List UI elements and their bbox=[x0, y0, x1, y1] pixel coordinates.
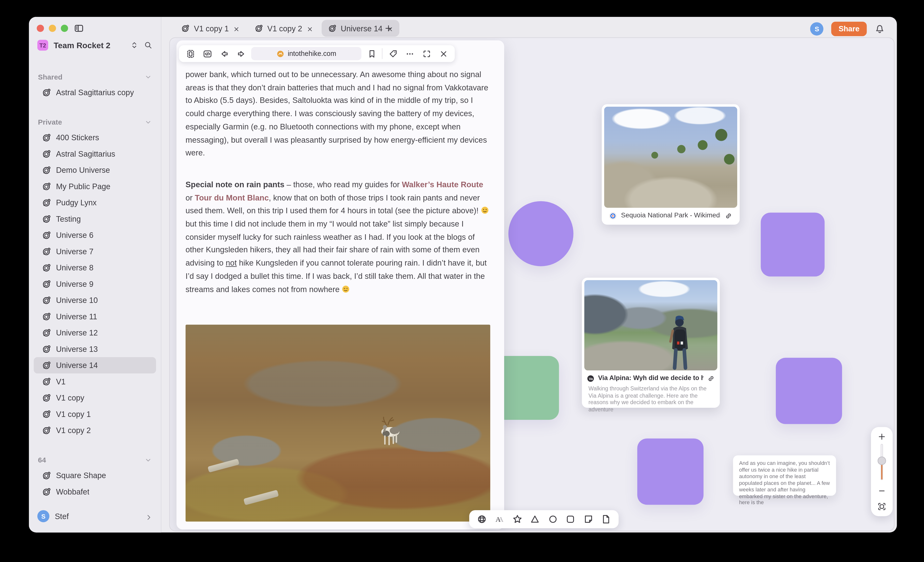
toolbar-button-close[interactable] bbox=[437, 47, 450, 60]
toolbar-button-arrow-forward[interactable] bbox=[234, 47, 248, 60]
sidebar-item-label: V1 copy bbox=[56, 393, 84, 402]
canvas-tool-icon bbox=[530, 514, 540, 524]
sidebar-section-shared[interactable]: Shared bbox=[34, 70, 156, 84]
sidebar-item-wobbafet[interactable]: Wobbafet bbox=[34, 484, 156, 499]
tab-v1-copy-1[interactable]: V1 copy 1 bbox=[175, 20, 246, 37]
sequoia-photo bbox=[604, 106, 737, 208]
account-avatar[interactable]: S bbox=[810, 22, 824, 35]
sidebar-item-astral-sagittarius-copy[interactable]: Astral Sagittarius copy bbox=[34, 84, 156, 100]
canvas-tool-globe[interactable] bbox=[476, 513, 488, 525]
sidebar-item-universe-11[interactable]: Universe 11 bbox=[34, 309, 156, 325]
universe-icon bbox=[42, 377, 51, 386]
canvas-tool-circle[interactable] bbox=[547, 513, 559, 525]
canvas-tool-triangle[interactable] bbox=[529, 513, 541, 525]
inline-link[interactable]: Walker’s Haute Route bbox=[402, 180, 483, 189]
green-square-shape[interactable] bbox=[495, 356, 559, 420]
sidebar-item-square-shape[interactable]: Square Shape bbox=[34, 467, 156, 483]
sidebar-item-400-stickers[interactable]: 400 Stickers bbox=[34, 129, 156, 145]
purple-square-shape-right[interactable] bbox=[776, 358, 842, 424]
purple-square-shape-top[interactable] bbox=[761, 213, 825, 276]
universe-icon bbox=[42, 88, 51, 97]
new-tab-button[interactable] bbox=[380, 20, 397, 37]
sidebar-item-label: V1 copy 1 bbox=[56, 410, 91, 419]
sidebar-item-my-public-page[interactable]: My Public Page bbox=[34, 178, 156, 195]
sidebar-item-universe-6[interactable]: Universe 6 bbox=[34, 227, 156, 243]
toolbar-button-select-area[interactable] bbox=[184, 47, 197, 60]
browser-card[interactable]: intothehike.com power bank, which turned… bbox=[176, 40, 504, 529]
zoom-fit-button[interactable] bbox=[871, 501, 892, 513]
universe-icon bbox=[42, 279, 51, 289]
zoom-window-button[interactable] bbox=[61, 25, 68, 32]
sidebar-section-64[interactable]: 64 bbox=[34, 453, 156, 467]
bookmark-button[interactable] bbox=[365, 47, 378, 60]
toolbar-button-arrow-back[interactable] bbox=[218, 47, 231, 60]
canvas-tool-square[interactable] bbox=[564, 513, 576, 525]
zoom-out-button[interactable] bbox=[871, 485, 892, 497]
canvas-tool-sticky-note[interactable] bbox=[582, 513, 594, 525]
canvas-tool-page[interactable] bbox=[600, 513, 612, 525]
canvas-tool-text[interactable]: AA bbox=[494, 513, 506, 525]
canvas-tool-icon bbox=[566, 514, 575, 524]
sidebar-toggle-icon[interactable] bbox=[74, 23, 84, 33]
purple-circle-shape[interactable] bbox=[508, 201, 573, 266]
sidebar-section-private[interactable]: Private bbox=[34, 115, 156, 129]
sidebar-item-universe-10[interactable]: Universe 10 bbox=[34, 292, 156, 308]
browser-toolbar-left bbox=[184, 47, 248, 60]
toolbar-button-fullscreen[interactable] bbox=[420, 47, 433, 60]
paragraph: Special note on rain pants – those, who … bbox=[186, 178, 490, 296]
zoom-slider-knob[interactable] bbox=[878, 456, 886, 465]
link-icon[interactable] bbox=[707, 374, 715, 382]
sidebar-item-pudgy-lynx[interactable]: Pudgy Lynx bbox=[34, 195, 156, 211]
canvas-tool-icon bbox=[548, 514, 558, 524]
sidebar-item-universe-7[interactable]: Universe 7 bbox=[34, 243, 156, 259]
emoji-wink bbox=[342, 284, 350, 292]
universe-icon bbox=[42, 426, 51, 435]
sidebar-item-universe-14[interactable]: Universe 14 bbox=[34, 357, 156, 373]
sidebar-item-universe-12[interactable]: Universe 12 bbox=[34, 325, 156, 341]
canvas[interactable]: intothehike.com power bank, which turned… bbox=[169, 37, 894, 531]
toolbar-icon bbox=[439, 49, 448, 58]
minimize-window-button[interactable] bbox=[49, 25, 56, 32]
note-card[interactable]: And as you can imagine, you shouldn’t of… bbox=[733, 455, 836, 496]
search-icon[interactable] bbox=[144, 41, 152, 49]
workspace-switcher[interactable]: T2 Team Rocket 2 bbox=[29, 37, 161, 53]
app-window: T2 Team Rocket 2 Shared Astral Sagittari… bbox=[29, 17, 897, 532]
chevron-updown-icon[interactable] bbox=[130, 41, 139, 49]
fit-screen-icon bbox=[878, 502, 886, 511]
notifications-bell-icon[interactable] bbox=[874, 24, 885, 34]
sidebar-item-v1-copy[interactable]: V1 copy bbox=[34, 390, 156, 406]
close-window-button[interactable] bbox=[37, 25, 44, 32]
tab-v1-copy-2[interactable]: V1 copy 2 bbox=[248, 20, 319, 37]
sidebar-item-v1[interactable]: V1 bbox=[34, 373, 156, 390]
sidebar-user-row[interactable]: S Stef bbox=[34, 507, 156, 525]
sidebar-item-universe-13[interactable]: Universe 13 bbox=[34, 341, 156, 357]
toolbar-icon bbox=[236, 49, 245, 58]
sidebar-item-label: 400 Stickers bbox=[56, 133, 99, 142]
via-alpina-card[interactable]: Va Via Alpina: Wyh did we decide to hike… bbox=[582, 278, 720, 408]
toolbar-button-code[interactable] bbox=[201, 47, 214, 60]
sidebar-item-astral-sagittarius[interactable]: Astral Sagittarius bbox=[34, 146, 156, 162]
toolbar-button-more[interactable] bbox=[403, 47, 416, 60]
inline-link[interactable]: Tour du Mont Blanc bbox=[195, 193, 269, 202]
toolbar-button-tag[interactable] bbox=[386, 47, 399, 60]
url-field[interactable]: intothehike.com bbox=[251, 47, 361, 60]
svg-text:A: A bbox=[496, 515, 501, 523]
close-tab-icon[interactable] bbox=[306, 25, 313, 31]
sidebar-item-universe-9[interactable]: Universe 9 bbox=[34, 276, 156, 292]
canvas-tool-star[interactable] bbox=[511, 513, 523, 525]
sidebar-item-v1-copy-2[interactable]: V1 copy 2 bbox=[34, 422, 156, 438]
sequoia-image-card[interactable]: Sequoia National Park - Wikimedia Common… bbox=[602, 104, 740, 225]
tab-label: V1 copy 2 bbox=[267, 24, 302, 33]
sidebar-item-testing[interactable]: Testing bbox=[34, 211, 156, 227]
purple-square-shape-bottom[interactable] bbox=[637, 438, 704, 505]
canvas-tool-icon bbox=[601, 514, 611, 524]
zoom-in-button[interactable] bbox=[871, 431, 892, 443]
link-icon[interactable] bbox=[725, 211, 732, 219]
sidebar-item-demo-universe[interactable]: Demo Universe bbox=[34, 162, 156, 178]
universe-icon bbox=[42, 393, 51, 403]
share-button[interactable]: Share bbox=[831, 22, 867, 36]
sidebar-item-v1-copy-1[interactable]: V1 copy 1 bbox=[34, 406, 156, 422]
close-tab-icon[interactable] bbox=[233, 25, 240, 31]
tab-label: V1 copy 1 bbox=[194, 24, 229, 33]
sidebar-item-universe-8[interactable]: Universe 8 bbox=[34, 259, 156, 276]
